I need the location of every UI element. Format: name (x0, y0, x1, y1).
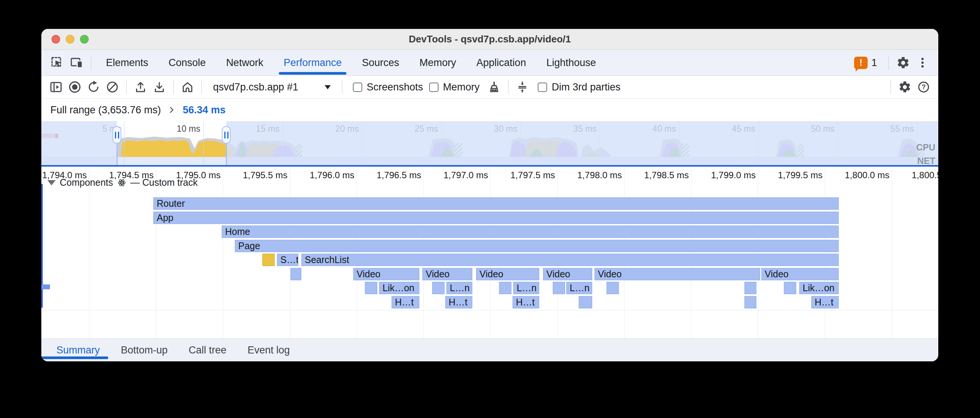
zoom-window-button[interactable] (80, 35, 89, 44)
devtools-settings-button[interactable] (893, 53, 913, 73)
flame-bar[interactable] (745, 282, 756, 294)
flame-bar-page[interactable]: Page (235, 240, 839, 252)
clear-button[interactable] (103, 78, 122, 97)
more-options-button[interactable] (913, 53, 932, 73)
flame-bar-video[interactable]: Video (422, 268, 473, 280)
flame-bar-l-n[interactable]: L…n (566, 282, 592, 294)
save-profile-button[interactable] (150, 78, 169, 97)
flame-bar[interactable] (579, 296, 592, 309)
selection-handle-right[interactable] (222, 126, 231, 144)
error-count[interactable]: 1 (872, 57, 877, 69)
flame-bar[interactable] (291, 268, 301, 280)
flame-bar[interactable] (606, 282, 619, 294)
kebab-menu-icon (916, 56, 929, 69)
error-badge-icon[interactable]: ! (854, 57, 868, 69)
ruler-gridline (223, 169, 223, 339)
details-tab-event-log[interactable]: Event log (237, 339, 301, 361)
chevron-down-icon (325, 85, 331, 92)
minimize-window-button[interactable] (66, 35, 75, 44)
flame-bar-h-t[interactable]: H…t (811, 296, 839, 309)
flame-bar-video[interactable]: Video (761, 268, 839, 280)
flame-bar-app[interactable]: App (153, 212, 839, 224)
details-tab-summary[interactable]: Summary (46, 339, 110, 361)
compress-button[interactable] (513, 78, 532, 97)
load-profile-button[interactable] (131, 78, 150, 97)
toggle-sidebar-icon (49, 80, 63, 94)
help-button[interactable]: ? (914, 78, 933, 97)
toggle-sidebar-button[interactable] (46, 78, 65, 97)
tab-lighthouse[interactable]: Lighthouse (536, 50, 606, 75)
tab-performance[interactable]: Performance (274, 50, 352, 75)
collect-garbage-button[interactable] (485, 78, 504, 97)
flame-bar-lik-on[interactable]: Lik…on (799, 282, 839, 294)
live-metrics-button[interactable] (178, 78, 197, 97)
flame-bar[interactable] (553, 282, 565, 294)
devtools-tabbar: ElementsConsoleNetworkPerformanceSources… (41, 50, 938, 76)
dim-3rd-parties-checkbox[interactable] (538, 82, 547, 92)
flame-bar-s-t[interactable]: S…t (277, 254, 298, 266)
separator (173, 80, 173, 94)
tab-network[interactable]: Network (216, 50, 274, 75)
details-tab-call-tree[interactable]: Call tree (178, 339, 237, 361)
separator (508, 80, 508, 94)
overview-gridline (203, 121, 204, 165)
flame-bar-searchlist[interactable]: SearchList (301, 254, 839, 266)
flame-bar-router[interactable]: Router (153, 197, 839, 210)
collapse-triangle-icon[interactable] (47, 180, 56, 185)
tab-sources[interactable]: Sources (352, 50, 409, 75)
ruler-tick-label: 1,796.0 ms (291, 170, 354, 180)
separator (126, 80, 127, 94)
memory-checkbox[interactable] (429, 82, 439, 92)
flame-bar-l-n[interactable]: L…n (446, 282, 473, 294)
flame-bar[interactable] (365, 282, 377, 294)
flame-bar[interactable] (262, 254, 275, 266)
custom-track-header[interactable]: Components — Custom track (47, 177, 198, 188)
flame-bar[interactable] (745, 296, 756, 309)
selection-handle-left[interactable] (112, 126, 121, 144)
close-window-button[interactable] (51, 35, 60, 44)
flame-bar-video[interactable]: Video (595, 268, 760, 280)
breadcrumb-full-range[interactable]: Full range (3,653.76 ms) (50, 104, 161, 116)
timeline-overview[interactable]: 5 ms10 ms15 ms20 ms25 ms30 ms35 ms40 ms4… (41, 121, 938, 166)
device-toolbar-icon (70, 56, 83, 70)
flame-bar-h-t[interactable]: H…t (445, 296, 473, 309)
chevron-right-icon (167, 105, 177, 115)
titlebar: DevTools - qsvd7p.csb.app/video/1 (41, 29, 938, 50)
flame-chart-area[interactable]: Components — Custom track 1,794.0 ms1,79… (41, 166, 938, 339)
record-button[interactable] (65, 78, 84, 97)
inspect-element-button[interactable] (47, 53, 67, 73)
tab-console[interactable]: Console (159, 50, 216, 75)
traffic-lights (51, 29, 89, 49)
upload-icon (134, 80, 147, 94)
flame-bar-video[interactable]: Video (353, 268, 419, 280)
flame-bar[interactable] (784, 282, 796, 294)
tab-elements[interactable]: Elements (96, 50, 159, 75)
reload-icon (87, 80, 100, 94)
help-icon: ? (917, 80, 931, 94)
track-title-name: Components (60, 177, 113, 188)
flame-bar-video[interactable]: Video (543, 268, 592, 280)
screenshots-label: Screenshots (367, 81, 423, 93)
device-toolbar-button[interactable] (67, 53, 86, 73)
net-lane-label: NET (917, 156, 935, 166)
tab-memory[interactable]: Memory (409, 50, 466, 75)
details-tab-bottom-up[interactable]: Bottom-up (110, 339, 178, 361)
ruler-tick-label: 1,796.5 ms (357, 170, 421, 180)
flame-bar-h-t[interactable]: H…t (512, 296, 539, 309)
flame-bar-video[interactable]: Video (476, 268, 539, 280)
separator (342, 80, 342, 94)
screenshots-checkbox[interactable] (353, 82, 362, 92)
flame-bar-l-n[interactable]: L…n (513, 282, 539, 294)
record-and-reload-button[interactable] (84, 78, 103, 97)
capture-settings-button[interactable] (896, 78, 914, 97)
flame-bar[interactable] (499, 282, 511, 294)
selection-edge-left (116, 142, 118, 165)
flame-bar-h-t[interactable]: H…t (391, 296, 419, 309)
tab-application[interactable]: Application (466, 50, 536, 75)
breadcrumb-selection[interactable]: 56.34 ms (183, 104, 226, 116)
flame-bar-home[interactable]: Home (222, 225, 839, 238)
track-bottom-rule (41, 310, 938, 310)
flame-bar[interactable] (432, 282, 444, 294)
flame-bar-lik-on[interactable]: Lik…on (379, 282, 419, 294)
profile-select[interactable]: qsvd7p.csb.app #1 (206, 81, 337, 93)
